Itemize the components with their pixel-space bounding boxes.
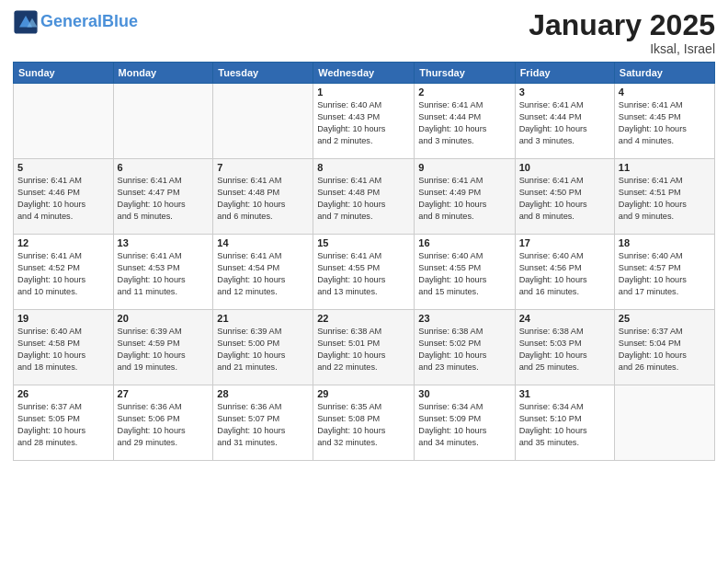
day-info-line: Sunset: 5:10 PM [519,413,610,425]
day-number: 20 [118,313,210,324]
day-info-line: and 21 minutes. [217,362,309,373]
calendar-cell-w2-d7: 11Sunrise: 6:41 AMSunset: 4:51 PMDayligh… [614,159,714,235]
day-number: 30 [418,388,510,399]
day-info-line: and 17 minutes. [619,286,711,298]
day-info-line: and 6 minutes. [217,211,309,223]
calendar-cell-w3-d6: 17Sunrise: 6:40 AMSunset: 4:56 PMDayligh… [515,235,614,310]
day-info-line: Sunset: 4:53 PM [118,262,210,274]
day-number: 31 [519,388,610,399]
calendar-cell-w1-d7: 4Sunrise: 6:41 AMSunset: 4:45 PMDaylight… [614,84,714,159]
day-info-line: Sunrise: 6:38 AM [418,326,510,338]
day-number: 28 [217,388,309,399]
day-info-line: and 5 minutes. [118,211,210,223]
day-info-line: Sunrise: 6:35 AM [317,401,410,413]
day-number: 23 [418,313,510,324]
calendar-cell-w1-d1 [14,84,114,159]
day-number: 21 [217,313,309,324]
day-info-line: Sunrise: 6:41 AM [217,175,309,187]
day-info-line: Daylight: 10 hours [619,274,711,286]
day-info-line: Daylight: 10 hours [418,274,510,286]
day-info-line: Sunrise: 6:41 AM [317,175,410,187]
calendar-cell-w5-d7 [614,385,714,461]
day-info-line: and 32 minutes. [317,437,410,449]
calendar-cell-w3-d7: 18Sunrise: 6:40 AMSunset: 4:57 PMDayligh… [614,235,714,310]
calendar-week-4: 19Sunrise: 6:40 AMSunset: 4:58 PMDayligh… [14,310,715,385]
col-wednesday: Wednesday [313,63,415,84]
calendar-cell-w2-d4: 8Sunrise: 6:41 AMSunset: 4:48 PMDaylight… [313,159,415,235]
day-number: 19 [17,313,109,324]
day-info-line: and 31 minutes. [217,437,309,449]
day-info-line: Sunrise: 6:39 AM [217,326,309,338]
day-info-line: Sunset: 5:03 PM [519,338,610,350]
day-info-line: Daylight: 10 hours [418,199,510,211]
calendar-cell-w4-d4: 22Sunrise: 6:38 AMSunset: 5:01 PMDayligh… [313,310,415,385]
calendar-cell-w4-d6: 24Sunrise: 6:38 AMSunset: 5:03 PMDayligh… [515,310,614,385]
col-thursday: Thursday [415,63,515,84]
day-info-line: Sunset: 4:45 PM [619,111,711,123]
day-info-line: Sunrise: 6:40 AM [619,250,711,262]
day-info-line: Sunrise: 6:41 AM [519,99,610,111]
day-info-line: and 8 minutes. [418,211,510,223]
day-info-line: Sunrise: 6:41 AM [17,250,109,262]
calendar-cell-w4-d5: 23Sunrise: 6:38 AMSunset: 5:02 PMDayligh… [415,310,515,385]
day-number: 27 [118,388,210,399]
day-info-line: Sunset: 4:44 PM [418,111,510,123]
day-info-line: Sunrise: 6:41 AM [317,250,410,262]
day-info-line: Daylight: 10 hours [118,350,210,362]
calendar-header-row: Sunday Monday Tuesday Wednesday Thursday… [14,63,715,84]
day-info-line: Daylight: 10 hours [519,274,610,286]
day-info-line: Sunset: 4:46 PM [17,187,109,199]
day-number: 26 [17,388,109,399]
day-number: 16 [418,237,510,248]
day-info-line: Daylight: 10 hours [317,274,410,286]
calendar-cell-w5-d6: 31Sunrise: 6:34 AMSunset: 5:10 PMDayligh… [515,385,614,461]
day-info-line: Sunrise: 6:41 AM [17,175,109,187]
calendar-cell-w2-d1: 5Sunrise: 6:41 AMSunset: 4:46 PMDaylight… [14,159,114,235]
day-info-line: Sunrise: 6:36 AM [118,401,210,413]
calendar-table: Sunday Monday Tuesday Wednesday Thursday… [13,62,715,461]
day-info-line: Daylight: 10 hours [217,199,309,211]
day-info-line: Sunset: 4:51 PM [619,187,711,199]
day-number: 4 [619,86,711,98]
day-info-line: Sunrise: 6:40 AM [418,250,510,262]
day-info-line: Sunrise: 6:36 AM [217,401,309,413]
calendar-week-5: 26Sunrise: 6:37 AMSunset: 5:05 PMDayligh… [14,385,715,461]
logo-blue: Blue [102,12,138,30]
day-info-line: Sunset: 4:54 PM [217,262,309,274]
logo-general: General [40,12,102,30]
day-info-line: Sunset: 5:06 PM [118,413,210,425]
day-number: 1 [317,86,410,98]
day-info-line: and 3 minutes. [418,135,510,147]
day-number: 18 [619,237,711,248]
day-info-line: Sunset: 4:57 PM [619,262,711,274]
day-info-line: Sunset: 4:56 PM [519,262,610,274]
day-info-line: Sunrise: 6:37 AM [17,401,109,413]
day-info-line: Sunset: 5:05 PM [17,413,109,425]
day-info-line: and 4 minutes. [619,135,711,147]
day-info-line: Sunset: 5:01 PM [317,338,410,350]
day-info-line: Daylight: 10 hours [619,350,711,362]
day-info-line: Daylight: 10 hours [317,425,410,437]
calendar-cell-w2-d6: 10Sunrise: 6:41 AMSunset: 4:50 PMDayligh… [515,159,614,235]
day-info-line: Sunrise: 6:39 AM [118,326,210,338]
day-info-line: Sunset: 5:09 PM [418,413,510,425]
logo-icon [13,9,39,35]
calendar-cell-w5-d4: 29Sunrise: 6:35 AMSunset: 5:08 PMDayligh… [313,385,415,461]
day-info-line: Daylight: 10 hours [519,425,610,437]
day-info-line: Daylight: 10 hours [317,199,410,211]
day-info-line: and 11 minutes. [118,286,210,298]
calendar-cell-w4-d2: 20Sunrise: 6:39 AMSunset: 4:59 PMDayligh… [113,310,213,385]
day-info-line: and 29 minutes. [118,437,210,449]
day-info-line: and 35 minutes. [519,437,610,449]
day-number: 15 [317,237,410,248]
day-info-line: Daylight: 10 hours [418,425,510,437]
day-info-line: and 13 minutes. [317,286,410,298]
col-saturday: Saturday [614,63,714,84]
day-info-line: Daylight: 10 hours [418,123,510,135]
day-info-line: Sunrise: 6:38 AM [519,326,610,338]
day-info-line: Sunset: 5:00 PM [217,338,309,350]
day-info-line: and 9 minutes. [619,211,711,223]
calendar-week-1: 1Sunrise: 6:40 AMSunset: 4:43 PMDaylight… [14,84,715,159]
day-info-line: and 34 minutes. [418,437,510,449]
day-number: 12 [17,237,109,248]
